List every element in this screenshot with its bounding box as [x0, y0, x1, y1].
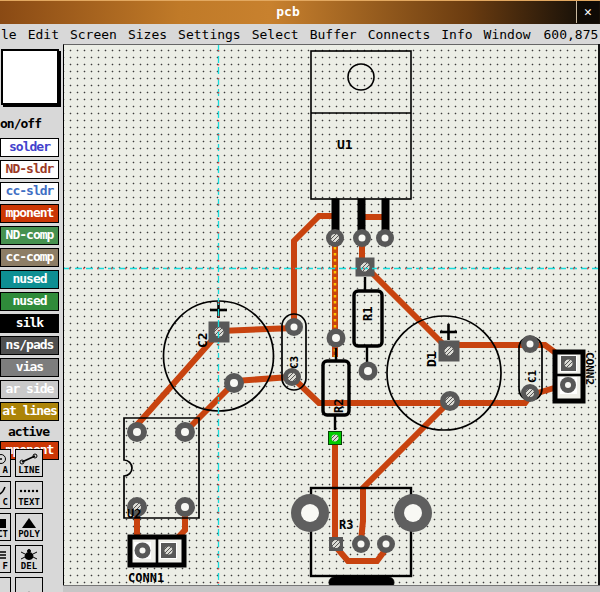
- via[interactable]: [376, 229, 394, 247]
- menu-file[interactable]: le: [1, 27, 17, 42]
- rect-tool-button[interactable]: CT: [0, 513, 11, 541]
- pin-pad[interactable]: [377, 535, 395, 553]
- refdes-R3[interactable]: R3: [339, 518, 353, 532]
- poly-icon: [18, 516, 40, 529]
- insert-tool-button[interactable]: [15, 577, 43, 592]
- pcb-app-window: pcb ✕ le Edit Screen Sizes Settings Sele…: [0, 0, 600, 592]
- pin-pad[interactable]: [224, 373, 244, 393]
- layer-button-solder[interactable]: solder: [0, 138, 59, 157]
- pin-pad[interactable]: [134, 542, 151, 559]
- pin-pad[interactable]: [359, 362, 378, 381]
- menu-info[interactable]: Info: [441, 27, 472, 42]
- layer-button-component[interactable]: mponent: [0, 204, 59, 223]
- rect-icon: [0, 516, 8, 529]
- menu-settings[interactable]: Settings: [178, 27, 241, 42]
- mounting-hole[interactable]: [291, 494, 329, 532]
- via[interactable]: [353, 229, 371, 247]
- refdes-CONN1[interactable]: CONN1: [128, 571, 164, 585]
- left-sidebar: on/off solder ND-sldr cc-sldr mponent ND…: [0, 44, 63, 592]
- layer-button-vias[interactable]: vias: [0, 358, 59, 377]
- arc-tool-button[interactable]: C: [0, 481, 11, 509]
- mounting-hole[interactable]: [394, 494, 432, 532]
- arc-tool-label: C: [3, 497, 8, 507]
- menu-edit[interactable]: Edit: [28, 27, 59, 42]
- cut-tool-button[interactable]: [0, 577, 11, 592]
- layer-button-gnd-sldr[interactable]: ND-sldr: [0, 160, 59, 179]
- refdes-C3[interactable]: C3: [288, 356, 301, 369]
- layer-button-vcc-comp[interactable]: cc-comp: [0, 248, 59, 267]
- layer-button-gnd-comp[interactable]: ND-comp: [0, 226, 59, 245]
- text-tool-button[interactable]: TEXT: [15, 481, 43, 509]
- pin-pad[interactable]: [560, 355, 577, 372]
- pin-pad[interactable]: [285, 318, 303, 336]
- layer-button-vcc-sldr[interactable]: cc-sldr: [0, 182, 59, 201]
- refdes-U2-selected[interactable]: U2: [127, 507, 141, 521]
- pin-pad-found[interactable]: [329, 432, 342, 445]
- window-title: pcb: [0, 4, 576, 19]
- layer-button-silk[interactable]: silk: [0, 314, 59, 333]
- pads-and-vias: [127, 229, 577, 559]
- board-drawing: U1 R1 R2 R3 C2 D1 C3 C1 U2 CONN1 CONN2: [64, 45, 599, 586]
- onoff-label: on/off: [0, 116, 41, 131]
- refdes-D1[interactable]: D1: [424, 351, 439, 367]
- bug-icon: [18, 548, 40, 561]
- menu-sizes[interactable]: Sizes: [128, 27, 167, 42]
- poly-tool-button[interactable]: POLY: [15, 513, 43, 541]
- pin-pad[interactable]: [329, 537, 343, 551]
- menu-window[interactable]: Window: [484, 27, 531, 42]
- title-bar[interactable]: pcb ✕: [0, 0, 600, 25]
- refdes-R2[interactable]: R2: [332, 399, 346, 413]
- horizontal-scrollbar[interactable]: [63, 585, 600, 592]
- pin-pad[interactable]: [127, 422, 147, 442]
- layer-button-rat-lines[interactable]: at lines: [0, 402, 59, 421]
- text-icon: [18, 484, 40, 497]
- line-tool-label: LINE: [18, 465, 40, 475]
- menu-connects[interactable]: Connects: [368, 27, 431, 42]
- component-R2[interactable]: [323, 348, 349, 430]
- layer-preview-box[interactable]: [1, 49, 59, 105]
- copper-trace: [220, 328, 294, 331]
- pin-pad[interactable]: [352, 535, 370, 553]
- menu-buffer[interactable]: Buffer: [310, 27, 357, 42]
- pin-pad[interactable]: [521, 335, 539, 353]
- poly-tool-label: POLY: [18, 529, 40, 539]
- pin-pad[interactable]: [175, 497, 195, 517]
- layer-button-unused-2[interactable]: nused: [0, 292, 59, 311]
- pin-pad[interactable]: [283, 368, 301, 386]
- line-tool-button[interactable]: LINE: [15, 449, 43, 477]
- pin-pad[interactable]: [160, 542, 177, 559]
- refdes-CONN2[interactable]: CONN2: [583, 352, 596, 385]
- board-canvas[interactable]: U1 R1 R2 R3 C2 D1 C3 C1 U2 CONN1 CONN2: [63, 44, 599, 586]
- buffer-tool-button[interactable]: F: [0, 545, 11, 573]
- arc-icon: [0, 484, 8, 497]
- pin-pad[interactable]: [327, 329, 346, 348]
- layer-button-pins-pads[interactable]: ns/pads: [0, 336, 59, 355]
- menu-screen[interactable]: Screen: [70, 27, 117, 42]
- layer-button-unused-1[interactable]: nused: [0, 270, 59, 289]
- pin-pad[interactable]: [521, 384, 539, 402]
- text-tool-label: TEXT: [18, 497, 40, 507]
- pin-pad[interactable]: [560, 377, 577, 394]
- rect-tool-label: CT: [0, 529, 8, 539]
- menu-select[interactable]: Select: [252, 27, 299, 42]
- buffer-icon: [0, 548, 8, 561]
- copper-traces[interactable]: [137, 216, 568, 561]
- pin-pad[interactable]: [175, 422, 195, 442]
- via-icon: [0, 452, 8, 465]
- refdes-U1[interactable]: U1: [337, 137, 353, 152]
- pin-pad[interactable]: [440, 391, 460, 411]
- component-D1[interactable]: [387, 316, 501, 430]
- via-tool-button[interactable]: A: [0, 449, 11, 477]
- layer-button-far-side[interactable]: ar side: [0, 380, 59, 399]
- pin-pad[interactable]: [356, 258, 375, 277]
- delete-tool-label: DEL: [21, 561, 37, 571]
- delete-tool-button[interactable]: DEL: [15, 545, 43, 573]
- close-button[interactable]: ✕: [576, 1, 599, 23]
- refdes-C1[interactable]: C1: [526, 369, 539, 383]
- pin-pad[interactable]: [439, 341, 460, 362]
- component-U1[interactable]: [311, 51, 411, 233]
- via[interactable]: [326, 229, 344, 247]
- cursor-coordinates: 600,875: [544, 27, 599, 42]
- refdes-C2[interactable]: C2: [195, 332, 210, 348]
- refdes-R1[interactable]: R1: [361, 307, 375, 321]
